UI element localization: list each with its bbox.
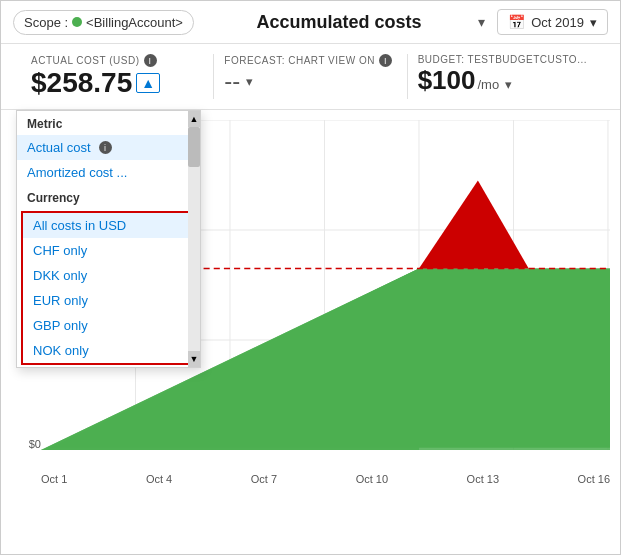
- app-header: Scope : <BillingAccount> Accumulated cos…: [1, 1, 620, 44]
- currency-nok[interactable]: NOK only: [23, 338, 194, 363]
- currency-nok-label: NOK only: [33, 343, 89, 358]
- metric-actual-cost-label: Actual cost: [27, 140, 91, 155]
- scrollbar-track: [188, 127, 200, 351]
- y-label-0: $0: [29, 438, 41, 450]
- x-label-oct10: Oct 10: [356, 473, 388, 485]
- metric-actual-cost[interactable]: Actual cost i: [17, 135, 200, 160]
- page-title: Accumulated costs: [206, 12, 472, 33]
- scrollbar-thumb[interactable]: [188, 127, 200, 167]
- currency-section-label: Currency: [17, 185, 200, 209]
- actual-cost-block: ACTUAL COST (USD) i $258.75 ▲: [21, 54, 213, 99]
- currency-dkk-label: DKK only: [33, 268, 87, 283]
- budget-value: $100: [418, 65, 476, 96]
- x-label-oct13: Oct 13: [467, 473, 499, 485]
- date-chevron-icon: ▾: [590, 15, 597, 30]
- metric-dropdown-toggle[interactable]: ▲: [136, 73, 160, 93]
- currency-usd[interactable]: All costs in USD: [23, 213, 194, 238]
- x-label-oct7: Oct 7: [251, 473, 277, 485]
- calendar-icon: 📅: [508, 14, 525, 30]
- currency-dkk[interactable]: DKK only: [23, 263, 194, 288]
- actual-cost-label: ACTUAL COST (USD) i: [31, 54, 203, 67]
- budget-block: BUDGET: TESTBUDGETCUSTO... $100 /mo ▾: [407, 54, 600, 99]
- scope-account: <BillingAccount>: [86, 15, 183, 30]
- chart-container: $100 $50 $0: [1, 110, 620, 490]
- currency-gbp[interactable]: GBP only: [23, 313, 194, 338]
- forecast-value: -- ▾: [224, 67, 396, 95]
- forecast-block: FORECAST: CHART VIEW ON i -- ▾: [213, 54, 406, 99]
- budget-chevron-icon[interactable]: ▾: [505, 77, 512, 92]
- metric-amortized-cost[interactable]: Amortized cost ...: [17, 160, 200, 185]
- forecast-info-icon[interactable]: i: [379, 54, 392, 67]
- budget-value-row: $100 /mo ▾: [418, 65, 590, 96]
- metric-amortized-cost-label: Amortized cost ...: [27, 165, 127, 180]
- currency-eur-label: EUR only: [33, 293, 88, 308]
- currency-chf[interactable]: CHF only: [23, 238, 194, 263]
- scope-status-dot: [72, 17, 82, 27]
- forecast-label: FORECAST: CHART VIEW ON i: [224, 54, 396, 67]
- scope-selector[interactable]: Scope : <BillingAccount>: [13, 10, 194, 35]
- date-selector[interactable]: 📅 Oct 2019 ▾: [497, 9, 608, 35]
- scrollbar-up-button[interactable]: ▲: [188, 111, 200, 127]
- budget-label: BUDGET: TESTBUDGETCUSTO...: [418, 54, 590, 65]
- dropdown-scrollbar[interactable]: ▲ ▼: [188, 111, 200, 367]
- date-label: Oct 2019: [531, 15, 584, 30]
- metric-section-label: Metric: [17, 111, 200, 135]
- currency-selection-box: All costs in USD CHF only DKK only EUR o…: [21, 211, 196, 365]
- title-chevron-icon[interactable]: ▾: [478, 14, 485, 30]
- forecast-chevron-icon[interactable]: ▾: [246, 74, 253, 89]
- currency-chf-label: CHF only: [33, 243, 87, 258]
- metric-actual-cost-info-icon[interactable]: i: [99, 141, 112, 154]
- currency-gbp-label: GBP only: [33, 318, 88, 333]
- actual-cost-value: $258.75 ▲: [31, 67, 203, 99]
- scrollbar-down-button[interactable]: ▼: [188, 351, 200, 367]
- x-axis: Oct 1 Oct 4 Oct 7 Oct 10 Oct 13 Oct 16: [41, 473, 610, 485]
- x-label-oct16: Oct 16: [578, 473, 610, 485]
- metric-currency-dropdown: Metric Actual cost i Amortized cost ... …: [16, 110, 201, 368]
- x-label-oct1: Oct 1: [41, 473, 67, 485]
- actual-cost-info-icon[interactable]: i: [144, 54, 157, 67]
- stats-row: ACTUAL COST (USD) i $258.75 ▲ FORECAST: …: [1, 44, 620, 110]
- scope-label: Scope :: [24, 15, 68, 30]
- budget-period: /mo: [478, 77, 500, 92]
- currency-usd-label: All costs in USD: [33, 218, 126, 233]
- currency-eur[interactable]: EUR only: [23, 288, 194, 313]
- x-label-oct4: Oct 4: [146, 473, 172, 485]
